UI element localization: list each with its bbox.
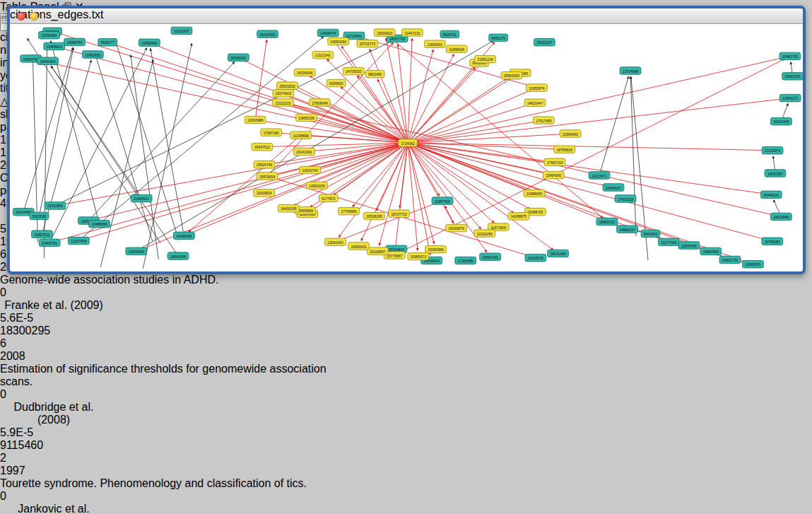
graph-node[interactable]: 17517455 <box>533 117 554 124</box>
minimize-window-button[interactable] <box>30 12 38 21</box>
graph-node[interactable]: 14307287 <box>765 170 786 177</box>
graph-node[interactable]: 9828721 <box>440 30 459 38</box>
graph-node[interactable]: 17963118 <box>615 195 636 203</box>
graph-node[interactable]: 12843271 <box>779 94 801 102</box>
graph-node[interactable]: 24299049 <box>294 69 315 76</box>
graph-node[interactable]: 25979054 <box>257 173 278 180</box>
graph-node[interactable]: 21888065 <box>524 189 545 197</box>
graph-node[interactable]: 22456912 <box>131 194 152 202</box>
graph-node[interactable]: 15314409 <box>770 117 792 125</box>
graph-node[interactable]: 20568062 <box>228 54 249 62</box>
graph-node[interactable]: 10041900 <box>37 57 59 65</box>
graph-node[interactable]: 14631447 <box>524 99 546 107</box>
graph-node[interactable]: 17381580 <box>455 257 476 264</box>
graph-node[interactable]: 12447215 <box>402 29 423 37</box>
zoom-window-button[interactable] <box>42 12 51 21</box>
graph-node[interactable]: 14580225 <box>307 182 328 189</box>
graph-node[interactable]: 20233471 <box>589 172 610 180</box>
graph-node[interactable]: 14081993 <box>328 37 349 45</box>
graph-node[interactable]: 14882297 <box>617 226 638 233</box>
graph-node[interactable]: 23406761 <box>39 239 60 247</box>
network-window-titlebar[interactable]: citations_edges.txt <box>10 8 803 24</box>
graph-node[interactable]: 24963354 <box>700 247 722 255</box>
graph-node[interactable]: 21957506 <box>432 197 453 205</box>
graph-node[interactable]: 24190879 <box>446 224 467 232</box>
graph-node[interactable]: 17746966 <box>339 207 360 215</box>
graph-node[interactable]: 9926277 <box>98 39 117 47</box>
graph-node[interactable]: 11856904 <box>126 247 147 255</box>
graph-node[interactable]: 19331868 <box>45 202 66 210</box>
graph-node[interactable]: 19009323 <box>374 29 395 37</box>
graph-node[interactable]: 13724698 <box>620 67 641 75</box>
graph-node[interactable]: 15091984 <box>39 32 60 40</box>
graph-node[interactable]: 20425953 <box>257 30 278 38</box>
graph-node[interactable]: 19389373 <box>408 252 429 260</box>
graph-node[interactable]: 13656339 <box>295 114 317 122</box>
graph-node[interactable]: 10793081 <box>762 238 783 245</box>
graph-node[interactable]: 16436195 <box>278 205 300 213</box>
graph-node[interactable]: 18347512 <box>252 144 273 151</box>
graph-node[interactable]: 12307406 <box>68 237 89 245</box>
graph-node[interactable]: 11655974 <box>526 84 548 91</box>
graph-node[interactable]: 18785829 <box>554 146 575 153</box>
graph-node[interactable]: 24705025 <box>343 67 364 75</box>
graph-node[interactable]: 13093031 <box>424 40 445 48</box>
graph-node[interactable]: 14193070 <box>525 254 546 262</box>
table-row[interactable]: 1830029562008Estimation of significance … <box>0 325 812 439</box>
graph-node[interactable]: 18641096 <box>167 252 189 260</box>
graph-node[interactable]: 10983753 <box>779 52 801 60</box>
graph-node[interactable]: 22443037 <box>603 184 624 192</box>
network-view[interactable]: 1968476715068769992627710041900985299115… <box>10 24 803 274</box>
graph-node[interactable]: 21112142 <box>312 52 334 59</box>
graph-node[interactable]: 16727713 <box>389 210 410 218</box>
graph-node[interactable]: 10868813 <box>44 42 65 50</box>
table-row[interactable]: 911546021997Tourette syndrome. Phenomeno… <box>0 439 812 514</box>
graph-node[interactable]: 25831592 <box>277 82 298 90</box>
graph-node[interactable]: 17087180 <box>261 129 282 136</box>
graph-node[interactable]: 24822732 <box>719 256 741 264</box>
graph-node[interactable]: 9455179 <box>489 34 508 42</box>
graph-node[interactable]: 15524749 <box>254 161 275 169</box>
graph-node[interactable]: 12177924 <box>658 238 679 246</box>
graph-node[interactable]: 25904925 <box>501 72 522 80</box>
close-window-button[interactable] <box>17 12 25 21</box>
graph-node[interactable]: 22074603 <box>273 90 294 97</box>
graph-node[interactable]: 17687233 <box>544 158 565 166</box>
graph-node[interactable]: 15454260 <box>543 171 564 179</box>
graph-node[interactable]: 22969432 <box>560 130 581 138</box>
graph-node[interactable]: 10050031 <box>348 243 370 250</box>
graph-node[interactable]: 24348308 <box>173 232 194 240</box>
graph-node[interactable]: 13261415 <box>325 238 346 246</box>
graph-node[interactable]: 22332055 <box>474 230 495 238</box>
graph-node[interactable]: 13090989 <box>245 116 266 124</box>
graph-node[interactable]: 11868026 <box>446 45 467 53</box>
graph-node[interactable]: 15093980 <box>425 245 446 253</box>
graph-node[interactable]: 20703773 <box>357 40 378 47</box>
network-canvas[interactable]: 1968476715068769992627710041900985299115… <box>10 24 803 271</box>
graph-node[interactable]: 23992966 <box>139 39 160 47</box>
graph-node[interactable]: 25420200 <box>782 73 803 81</box>
graph-node[interactable]: 22493882 <box>82 51 103 59</box>
graph-node[interactable]: 11578769 <box>678 242 700 250</box>
graph-node[interactable]: 20538208 <box>363 212 384 220</box>
graph-node[interactable]: 14288875 <box>508 213 529 221</box>
graph-node[interactable]: 10488893 <box>89 220 110 228</box>
graph-node[interactable]: 1724062 <box>399 139 418 147</box>
graph-node[interactable]: 11022437 <box>171 27 192 35</box>
graph-node[interactable]: 12600743 <box>300 166 321 174</box>
graph-node[interactable]: 17909048 <box>309 99 330 107</box>
graph-node[interactable]: 21951234 <box>475 55 496 63</box>
graph-node[interactable]: 17222974 <box>762 146 783 154</box>
graph-node[interactable]: 9326500 <box>326 79 346 87</box>
graph-node[interactable]: 9441553 <box>641 230 660 238</box>
graph-node[interactable]: 18141369 <box>548 250 569 257</box>
graph-node[interactable]: 9802490 <box>365 70 384 78</box>
graph-node[interactable]: 13121215 <box>272 99 293 107</box>
graph-node[interactable]: 15222147 <box>534 38 555 45</box>
graph-node[interactable]: 15068769 <box>64 38 86 46</box>
graph-node[interactable]: 20140341 <box>294 148 315 156</box>
graph-node[interactable]: 11666551 <box>743 261 764 269</box>
graph-node[interactable]: 23857612 <box>32 230 53 238</box>
graph-node[interactable]: 9177872 <box>319 194 339 202</box>
graph-node[interactable]: 14406479 <box>317 29 339 37</box>
